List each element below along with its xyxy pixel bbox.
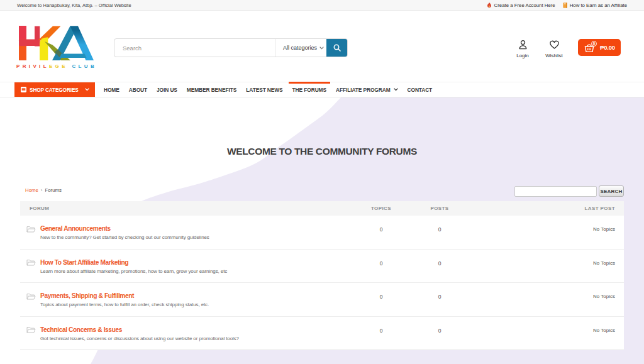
folder-open-icon bbox=[26, 259, 36, 266]
forum-table-header: FORUM TOPICS POSTS LAST POST bbox=[20, 201, 624, 216]
breadcrumb-home-link[interactable]: Home bbox=[25, 187, 38, 193]
nav-item-member-benefits[interactable]: MEMBER BENEFITS bbox=[183, 82, 240, 97]
cart-total: ₱0.00 bbox=[600, 44, 615, 51]
chevron-down-icon bbox=[85, 88, 89, 91]
cart-count-badge: 0 bbox=[591, 41, 597, 47]
table-row: Technical Concerns & Issues Got technica… bbox=[20, 317, 624, 351]
forum-table: FORUM TOPICS POSTS LAST POST General Ann… bbox=[20, 201, 624, 350]
shop-categories-button[interactable]: SHOP CATEGORIES bbox=[14, 82, 95, 97]
breadcrumb: Home › Forums bbox=[25, 187, 62, 193]
create-account-label: Create a Free Account Here bbox=[494, 3, 555, 8]
forum-title-link[interactable]: How To Start Affiliate Marketing bbox=[40, 259, 227, 266]
chevron-down-icon bbox=[319, 47, 324, 50]
nav-item-label: MEMBER BENEFITS bbox=[187, 87, 236, 93]
nav-item-label: JOIN US bbox=[157, 87, 177, 93]
forum-title-link[interactable]: Technical Concerns & Issues bbox=[40, 326, 239, 333]
nav-item-contact[interactable]: CONTACT bbox=[404, 82, 436, 97]
last-post-value: No Topics bbox=[469, 283, 624, 316]
posts-count: 0 bbox=[410, 317, 469, 350]
topics-count: 0 bbox=[352, 250, 410, 283]
search-input[interactable] bbox=[114, 39, 275, 57]
forum-search-button[interactable]: SEARCH bbox=[599, 185, 624, 197]
category-dropdown[interactable]: All categories bbox=[275, 39, 326, 57]
forum-cell: How To Start Affiliate Marketing Learn m… bbox=[20, 250, 352, 283]
nav-item-about[interactable]: ABOUT bbox=[125, 82, 151, 97]
nav-item-latest-news[interactable]: LATEST NEWS bbox=[242, 82, 286, 97]
page: Welcome to Hanapbukay, Kita, Atbp. – Off… bbox=[0, 0, 644, 364]
nav-item-home[interactable]: HOME bbox=[100, 82, 123, 97]
forum-text: Technical Concerns & Issues Got technica… bbox=[40, 326, 239, 350]
nav-item-affiliate-program[interactable]: AFFILIATE PROGRAM bbox=[332, 82, 402, 97]
forum-title-link[interactable]: General Announcements bbox=[40, 225, 209, 232]
hka-logo-icon bbox=[16, 25, 96, 61]
forum-description: Learn more about affiliate marketing, pr… bbox=[40, 268, 227, 274]
nav-item-label: THE FORUMS bbox=[292, 87, 326, 93]
topics-count: 0 bbox=[352, 317, 410, 350]
main-nav: SHOP CATEGORIES HOME ABOUT JOIN US MEMBE… bbox=[0, 82, 644, 97]
last-post-value: No Topics bbox=[469, 317, 624, 350]
fire-icon bbox=[487, 3, 492, 8]
forum-search-form: SEARCH bbox=[514, 185, 624, 197]
forum-cell: Payments, Shipping & Fulfillment Topics … bbox=[20, 283, 352, 316]
forum-title-link[interactable]: Payments, Shipping & Fulfillment bbox=[40, 292, 209, 299]
logo-tagline: PRIVILEGE CLUB bbox=[16, 63, 97, 69]
topics-count: 0 bbox=[352, 283, 410, 316]
forum-cell: Technical Concerns & Issues Got technica… bbox=[20, 317, 352, 350]
how-to-earn-link[interactable]: How to Earn as an Affiliate bbox=[563, 3, 627, 8]
nav-item-label: CONTACT bbox=[408, 87, 433, 93]
header-search-bar: All categories bbox=[114, 38, 348, 57]
posts-count: 0 bbox=[410, 250, 469, 283]
last-post-value: No Topics bbox=[469, 250, 624, 283]
table-row: How To Start Affiliate Marketing Learn m… bbox=[20, 250, 624, 284]
topbar: Welcome to Hanapbukay, Kita, Atbp. – Off… bbox=[0, 0, 644, 11]
shop-categories-label: SHOP CATEGORIES bbox=[30, 87, 82, 93]
forum-search-input[interactable] bbox=[514, 186, 597, 197]
wishlist-label: Wishlist bbox=[541, 53, 567, 58]
nav-item-the-forums[interactable]: THE FORUMS bbox=[289, 82, 330, 97]
search-submit-button[interactable] bbox=[326, 39, 347, 57]
nav-item-join-us[interactable]: JOIN US bbox=[153, 82, 181, 97]
chevron-down-icon bbox=[394, 88, 398, 91]
folder-open-icon bbox=[26, 326, 36, 333]
login-label: Login bbox=[510, 53, 535, 58]
col-header-forum: FORUM bbox=[20, 206, 352, 211]
logo[interactable]: PRIVILEGE CLUB bbox=[16, 25, 96, 70]
table-row: General Announcements New to the communi… bbox=[20, 216, 624, 250]
search-icon bbox=[333, 43, 341, 52]
forum-description: Topics about payment terms, how to fulfi… bbox=[40, 302, 209, 307]
folder-open-icon bbox=[26, 226, 36, 233]
nav-item-label: ABOUT bbox=[129, 87, 147, 93]
nav-item-label: HOME bbox=[104, 87, 119, 93]
topics-count: 0 bbox=[352, 216, 410, 249]
wishlist-button[interactable]: Wishlist bbox=[541, 40, 567, 58]
breadcrumb-current: Forums bbox=[45, 187, 61, 193]
col-header-last-post: LAST POST bbox=[469, 206, 624, 211]
posts-count: 0 bbox=[410, 283, 469, 316]
user-icon bbox=[518, 40, 528, 50]
forum-cell: General Announcements New to the communi… bbox=[20, 216, 352, 249]
nav-item-label: LATEST NEWS bbox=[246, 87, 282, 93]
login-button[interactable]: Login bbox=[510, 40, 535, 58]
book-icon bbox=[563, 3, 567, 8]
main-content: WELCOME TO THE COMMUNITY FORUMS Home › F… bbox=[0, 97, 644, 364]
forum-text: How To Start Affiliate Marketing Learn m… bbox=[40, 259, 227, 283]
col-header-posts: POSTS bbox=[410, 206, 469, 211]
table-row: Payments, Shipping & Fulfillment Topics … bbox=[20, 283, 624, 317]
col-header-topics: TOPICS bbox=[352, 206, 410, 211]
create-account-link[interactable]: Create a Free Account Here bbox=[487, 3, 555, 8]
page-title: WELCOME TO THE COMMUNITY FORUMS bbox=[0, 146, 644, 157]
how-to-earn-label: How to Earn as an Affiliate bbox=[570, 3, 627, 8]
posts-count: 0 bbox=[410, 216, 469, 249]
last-post-value: No Topics bbox=[469, 216, 624, 249]
forum-text: Payments, Shipping & Fulfillment Topics … bbox=[40, 292, 209, 316]
hamburger-icon bbox=[21, 87, 26, 92]
tagline-part-ege: EGE bbox=[49, 63, 68, 69]
tagline-part-club: CLUB bbox=[68, 63, 97, 69]
category-dropdown-label: All categories bbox=[283, 45, 317, 51]
header: PRIVILEGE CLUB All categories Login Wis bbox=[0, 11, 644, 82]
tagline-part-privil: PRIVIL bbox=[16, 63, 49, 69]
topbar-welcome-text: Welcome to Hanapbukay, Kita, Atbp. – Off… bbox=[17, 3, 131, 8]
nav-menu: HOME ABOUT JOIN US MEMBER BENEFITS LATES… bbox=[100, 82, 438, 97]
folder-open-icon bbox=[26, 293, 36, 300]
cart-button[interactable]: 0 ₱0.00 bbox=[578, 39, 621, 56]
